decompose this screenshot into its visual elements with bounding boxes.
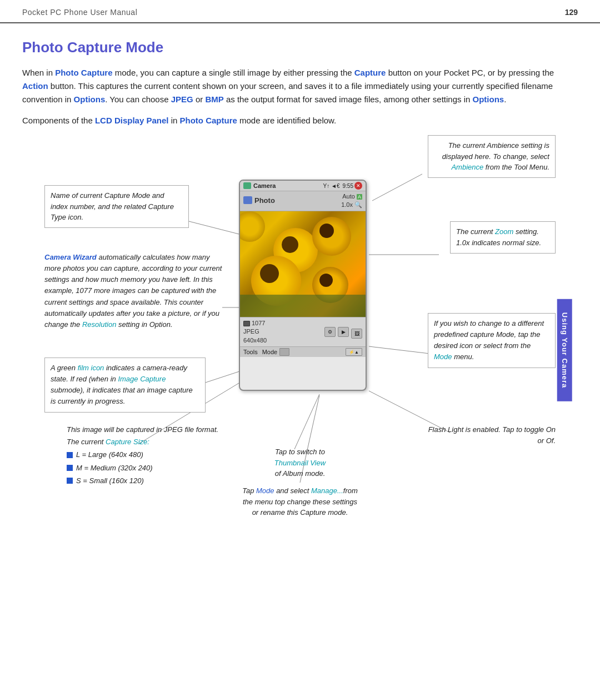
side-tab: Using Your Camera xyxy=(557,299,572,401)
size-small-icon xyxy=(67,478,73,484)
photo-capture-link[interactable]: Photo Capture xyxy=(55,68,112,77)
jpeg-annotation: This image will be captured in JPEG file… xyxy=(67,424,218,435)
lcd-link[interactable]: LCD Display Panel xyxy=(95,116,169,125)
intro-paragraph-1: When in Photo Capture mode, you can capt… xyxy=(22,66,578,106)
camera-settings-icon[interactable]: ⚙ xyxy=(324,327,336,337)
size-large-icon xyxy=(67,452,73,458)
jpeg-link[interactable]: JPEG xyxy=(171,95,193,104)
phone-mockup[interactable]: Camera Y↑ ◄€ 9:55 ✕ Photo Auto A 1.0x 🔍 xyxy=(239,180,367,391)
auto-zoom-display: Auto A 1.0x 🔍 xyxy=(341,192,362,208)
capture-name-annotation: Name of current Capture Mode and index n… xyxy=(44,185,189,228)
page-number: 129 xyxy=(565,8,578,17)
wizard-link[interactable]: Camera Wizard xyxy=(44,253,97,261)
manage-annotation: Tap Mode and select Manage...from the me… xyxy=(222,485,378,518)
mode-annotation: If you wish to change to a different pre… xyxy=(428,313,556,368)
camera-preview xyxy=(240,211,366,317)
foliage xyxy=(240,295,366,317)
manage-mode-link[interactable]: Mode xyxy=(256,486,274,495)
camera-app-label: Camera xyxy=(243,182,276,189)
sunflower-center-4 xyxy=(319,274,333,287)
zoom-annotation: The current Zoom setting. 1.0x indicates… xyxy=(450,221,556,254)
sunflower-center-2 xyxy=(319,224,334,238)
flash-annotation: Flash Light is enabled. Tap to toggle On… xyxy=(422,424,556,446)
svg-line-1 xyxy=(189,221,239,234)
resolution-link[interactable]: Resolution xyxy=(82,320,116,329)
image-capture-link[interactable]: Image Capture xyxy=(118,375,166,383)
section-title: Photo Capture Mode xyxy=(22,39,578,56)
phone-topbar: Photo Auto A 1.0x 🔍 xyxy=(240,191,366,211)
header-title: Pocket PC Phone User Manual xyxy=(22,8,137,17)
capture-link[interactable]: Capture xyxy=(354,68,386,77)
toolbar-left: Tools Mode xyxy=(243,348,289,356)
close-button[interactable]: ✕ xyxy=(354,182,362,190)
auto-badge: A xyxy=(357,194,362,200)
options-link-2[interactable]: Options xyxy=(473,95,504,104)
page-header: Pocket PC Phone User Manual 129 xyxy=(0,0,600,23)
phone-statusbar: Camera Y↑ ◄€ 9:55 ✕ xyxy=(240,181,366,191)
toolbar-right: ⚡▲ xyxy=(346,348,362,356)
action-link[interactable]: Action xyxy=(22,81,48,91)
size-medium-icon xyxy=(67,465,73,471)
wizard-annotation: Camera Wizard automatically calculates h… xyxy=(44,252,222,330)
main-content: Photo Capture Mode When in Photo Capture… xyxy=(0,23,600,569)
image-icon[interactable]: 🖼 xyxy=(351,329,362,339)
film-icon-link[interactable]: film icon xyxy=(78,364,104,372)
sunflower-center-3 xyxy=(260,264,279,283)
photo-capture-link-2[interactable]: Photo Capture xyxy=(179,116,237,125)
svg-line-0 xyxy=(372,174,422,201)
ambience-link[interactable]: Ambience xyxy=(451,163,483,171)
mode-link[interactable]: Mode xyxy=(434,353,452,361)
sunflower-2 xyxy=(312,217,351,256)
grid-icon[interactable] xyxy=(279,348,289,356)
manage-link[interactable]: Manage... xyxy=(311,486,343,495)
sunflower-5 xyxy=(240,211,265,242)
diagram-area: The current Ambience setting is displaye… xyxy=(22,135,578,558)
thumbnail-link[interactable]: Thumbnail View xyxy=(274,459,326,467)
size-medium: M = Medium (320x 240) xyxy=(67,461,153,474)
film-icon xyxy=(243,321,250,326)
thumbnail-annotation: Tap to switch to Thumbnail View of Album… xyxy=(239,446,361,479)
photo-mode-icon xyxy=(243,196,252,204)
capture-name-text: Name of current Capture Mode and index n… xyxy=(51,191,174,221)
ambience-annotation: The current Ambience setting is displaye… xyxy=(428,135,556,178)
intro-paragraph-2: Components of the LCD Display Panel in P… xyxy=(22,114,578,127)
phone-info-bar: 1077 JPEG 640x480 ⚙ ▶ 🖼 xyxy=(240,317,366,346)
sunflower-center-1 xyxy=(282,236,298,253)
size-small: S = Small (160x 120) xyxy=(67,474,153,487)
bmp-link[interactable]: BMP xyxy=(205,95,223,104)
flash-icon[interactable]: ⚡▲ xyxy=(346,348,362,356)
options-link-1[interactable]: Options xyxy=(74,95,106,104)
capture-info: 1077 JPEG 640x480 xyxy=(243,319,267,345)
status-icons: Y↑ ◄€ 9:55 ✕ xyxy=(323,182,362,190)
mode-icons: ⚙ ▶ 🖼 xyxy=(324,325,362,339)
capture-size-legend: The current Capture Size: L = Large (640… xyxy=(67,435,153,488)
zoom-text: The current Zoom setting. 1.0x indicates… xyxy=(456,227,541,247)
capture-size-title: The current Capture Size: xyxy=(67,435,153,448)
phone-toolbar: Tools Mode ⚡▲ xyxy=(240,346,366,357)
photo-mode-label: Photo xyxy=(243,196,275,205)
film-annotation: A green film icon indicates a camera-rea… xyxy=(44,358,206,413)
svg-line-6 xyxy=(294,394,319,449)
size-large: L = Large (640x 480) xyxy=(67,448,153,461)
ambience-text: The current Ambience setting is displaye… xyxy=(442,141,549,171)
video-icon[interactable]: ▶ xyxy=(338,327,349,337)
